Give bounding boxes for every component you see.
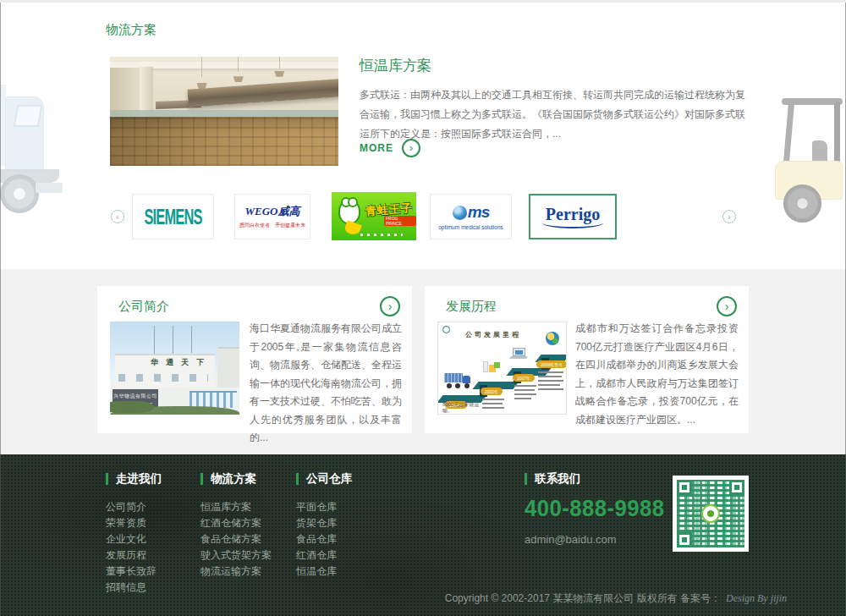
footer-link[interactable]: 招聘信息	[106, 580, 162, 596]
company-building-photo[interactable]: 华通天下 兴华物流有限公司	[110, 322, 239, 415]
footer-link[interactable]: 恒温库方案	[201, 499, 272, 515]
qr-finder-icon	[677, 480, 692, 495]
footer-link[interactable]: 企业文化	[106, 531, 162, 547]
footer-link[interactable]: 恒温仓库	[296, 564, 352, 580]
oms-logo-text: ms	[468, 203, 489, 222]
window-left-edge	[0, 3, 1, 616]
arrow-right-icon: ›	[402, 139, 420, 157]
siemens-logo-text: SIEMENS	[144, 205, 201, 229]
perrigo-swoosh-shape	[542, 221, 603, 228]
development-history-arrow-button[interactable]: ›	[717, 296, 737, 316]
wego-logo-text: WEGO威高	[244, 204, 299, 219]
design-credit: Design By jijin	[726, 592, 787, 604]
contact-email: admin@baidu.com	[525, 533, 672, 546]
partner-logo-frog-prince[interactable]: 青蛙王子 FROG PRINCE	[332, 192, 416, 240]
partner-logo-wego[interactable]: WEGO威高 携同白衣使者 开创健康未来	[234, 194, 310, 239]
featured-solution-image[interactable]	[110, 57, 338, 166]
company-profile-title: 公司简介	[118, 299, 169, 315]
wego-logo-slogan: 携同白衣使者 开创健康未来	[239, 222, 305, 229]
footer-heading-warehouses: 公司仓库	[296, 471, 352, 487]
footer-contact: 联系我们 400-888-9988 admin@baidu.com	[525, 471, 672, 546]
footer-heading-contact: 联系我们	[525, 471, 672, 487]
heading-bar	[106, 473, 108, 485]
qr-center-logo-icon	[701, 504, 720, 523]
top-divider	[0, 0, 846, 3]
company-profile-text: 海口华夏通物流服务有限公司成立于2005年,是一家集物流信息咨询、物流服务、仓储…	[250, 320, 402, 448]
frog-logo-subtext: FROG PRINCE	[384, 216, 416, 226]
footer-link[interactable]: 公司简介	[106, 499, 162, 515]
company-profile-arrow-button[interactable]: ›	[380, 296, 400, 316]
infographic-boxes-icon	[483, 360, 500, 373]
footer-link[interactable]: 物流运输方案	[201, 564, 272, 580]
heading-bar	[296, 473, 299, 485]
copyright-text: Copyright © 2002-2017 某某物流有限公司 版权所有 备案号：…	[445, 591, 787, 606]
footer-nav-solutions: 物流方案 恒温库方案 红酒仓储方案 食品仓储方案 驶入式货架方案 物流运输方案	[201, 471, 272, 580]
oms-logo-subtext: optimum medical solutions	[438, 224, 503, 230]
forklift-watermark-icon	[775, 66, 846, 223]
footer-link[interactable]: 平面仓库	[296, 499, 352, 515]
footer-nav-warehouses: 公司仓库 平面仓库 货架仓库 食品仓库 红酒仓库 恒温仓库	[296, 471, 352, 580]
milestone-year: 2009年至今	[536, 360, 567, 368]
featured-solution-description: 多式联运：由两种及其以上的交通工具相互衔接、转运而共同完成的运输过程统称为复合运…	[360, 85, 745, 144]
development-history-text: 成都市和万达签订合作备忘录投资700亿元打造医疗产业园区4月6日，在四川成都举办…	[575, 320, 739, 429]
footer-link[interactable]: 食品仓储方案	[201, 531, 272, 547]
footer-heading-about: 走进我们	[106, 471, 162, 487]
development-milestones-infographic[interactable]: 公司发展里程 1999年 2002年 2007年	[437, 322, 567, 415]
infographic-laptop-icon	[513, 348, 527, 359]
qr-code	[673, 476, 749, 552]
heading-bar	[201, 473, 203, 485]
building-slogan-text: 华通天下	[151, 357, 212, 368]
infographic-truck-icon	[444, 373, 473, 388]
oms-globe-icon	[453, 206, 467, 220]
truck-watermark-icon	[0, 81, 78, 210]
partner-logo-perrigo[interactable]: Perrigo	[529, 194, 617, 239]
featured-solution-heading: 恒温库方案	[360, 56, 431, 75]
page: 物流方案 恒温库方案 多式联运：由两种及其以上的交通工具相互衔接、转运而共同完成…	[0, 0, 846, 616]
footer-link[interactable]: 红酒仓库	[296, 547, 352, 564]
carousel-prev-button[interactable]: ‹	[111, 210, 124, 223]
heading-bar	[525, 473, 527, 485]
carousel-next-button[interactable]: ›	[722, 210, 736, 223]
frog-logo-dots	[360, 234, 403, 236]
company-profile-card: 公司简介 › 华通天下 兴华物流有限公司 海口华夏通物流服务有限公司成立于200…	[97, 286, 412, 433]
footer-link[interactable]: 驶入式货架方案	[201, 547, 272, 564]
partner-logo-siemens[interactable]: SIEMENS	[132, 194, 214, 239]
footer-link[interactable]: 货架仓库	[296, 515, 352, 531]
more-label: MORE	[360, 142, 393, 154]
footer-heading-solutions: 物流方案	[201, 471, 272, 487]
contact-phone: 400-888-9988	[525, 496, 664, 522]
footer-link[interactable]: 董事长致辞	[106, 564, 162, 580]
footer: 走进我们 公司简介 荣誉资质 企业文化 发展历程 董事长致辞 招聘信息 物流方案…	[0, 454, 846, 616]
partner-logo-oms[interactable]: ms optimum medical solutions	[430, 194, 512, 239]
infographic-globe-icon	[546, 332, 559, 345]
qr-finder-icon	[729, 480, 744, 495]
infographic-logo-icon	[442, 326, 450, 333]
footer-nav-about: 走进我们 公司简介 荣誉资质 企业文化 发展历程 董事长致辞 招聘信息	[106, 471, 162, 596]
milestone-year: 2007年	[513, 374, 535, 382]
development-history-card: 发展历程 › 公司发展里程 1999年	[425, 286, 749, 433]
milestone-year: 2002年	[481, 388, 503, 395]
footer-link[interactable]: 食品仓库	[296, 531, 352, 547]
section-title-solutions: 物流方案	[106, 22, 157, 38]
more-button[interactable]: MORE ›	[360, 139, 420, 157]
qr-finder-icon	[677, 532, 692, 547]
infographic-title: 公司发展里程	[465, 330, 521, 339]
footer-link[interactable]: 发展历程	[106, 547, 162, 564]
footer-link[interactable]: 红酒仓储方案	[201, 515, 272, 531]
footer-link[interactable]: 荣誉资质	[106, 515, 162, 531]
development-history-title: 发展历程	[446, 299, 497, 315]
infographic-caption: 8000元起家做运输。	[442, 402, 481, 414]
frog-leg-shape	[343, 220, 362, 236]
